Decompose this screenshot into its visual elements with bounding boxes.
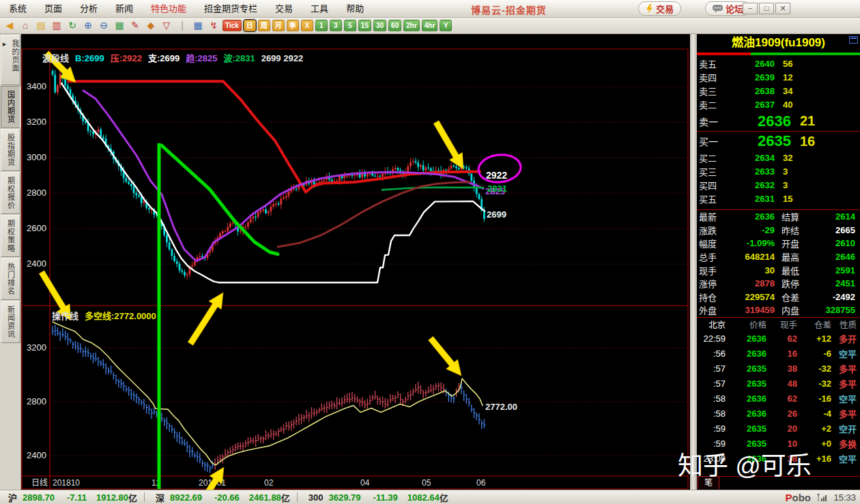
period-button-3[interactable]: 3 [330,20,342,31]
filter-icon[interactable]: ▽ [160,19,173,32]
close-button[interactable]: ✕ [775,3,790,14]
menu-交易[interactable]: 交易 [266,0,302,17]
menu-工具[interactable]: 工具 [302,0,337,17]
candlestick-chart[interactable]: 340032003000280026002400320028002400日线20… [21,34,690,490]
sidebar-item-国内期货[interactable]: 国内期货 [1,86,20,128]
stat-value: 2636 [724,211,775,222]
sidebar-item-热门排名[interactable]: 热门排名 [1,258,20,300]
ask-row-5[interactable]: 卖五264056 [697,57,860,70]
period-button-4hr[interactable]: 4hr [422,20,438,31]
menu-系统[interactable]: 系统 [0,0,35,17]
minimize-button[interactable]: − [743,3,758,14]
period-button-2hr[interactable]: 2hr [403,20,420,31]
period-button-季[interactable]: 季 [287,20,299,31]
clock: 15:33 [833,492,856,503]
index-value: 8922.69 [170,492,202,503]
period-button-30[interactable]: 30 [373,20,386,31]
sidebar-item-新闻资讯[interactable]: 新闻资讯 [1,301,20,343]
period-button-15[interactable]: 15 [358,20,371,31]
zoom-in-icon[interactable]: ⊕ [81,19,95,32]
market-sidebar: 我的页面▸国内期货股指期货期权报价期权策略热门排名新闻资讯 [0,34,21,490]
period-button-周[interactable]: 周 [258,20,270,31]
menu-新闻[interactable]: 新闻 [106,0,142,17]
stat-value: 2591 [806,265,855,276]
panel-splitter[interactable] [690,34,697,490]
period-button-月[interactable]: 月 [272,20,285,31]
period-button-日[interactable]: 日 [244,20,256,31]
ask-row-4[interactable]: 卖四263912 [697,70,860,84]
zoom-out-icon[interactable]: ⊖ [97,19,111,32]
lower-indicator-legend: 操作线多空线:2772.0000 [52,309,162,322]
bid-row-2[interactable]: 买二263432 [697,151,860,164]
index-quotes: 沪2898.70-7.111912.80亿深8922.69-20.662461.… [0,491,453,504]
svg-text:05: 05 [422,478,431,488]
menu-页面[interactable]: 页面 [35,0,71,17]
stat-label: 开盘 [775,237,806,250]
period-button-Y[interactable]: Y [440,20,452,31]
brush-icon[interactable]: ◆ [144,19,158,32]
stat-label: 昨结 [775,224,806,237]
index-change: -20.66 [214,492,240,503]
trend-icon[interactable]: ↯ [207,19,220,32]
menu-帮助[interactable]: 帮助 [337,0,373,17]
bid-row-5[interactable]: 买五263115 [697,192,860,205]
index-amount-unit: 亿 [128,491,137,504]
menu-特色功能[interactable]: 特色功能 [142,0,195,17]
period-button-1[interactable]: 1 [315,20,328,31]
trade-button[interactable]: 交易 [638,1,681,16]
index-amount: 2461.88 [249,492,281,503]
svg-text:2800: 2800 [27,188,46,198]
back-icon[interactable]: ◀ [3,19,16,32]
sidebar-item-我的页面[interactable]: 我的页面▸ [1,35,20,85]
book-label: 买五 [697,192,728,205]
chart-region[interactable]: 燃油1909 (010209)〈日线〉 商品叠加 周期 ← → ▥ 340032… [21,34,690,490]
bid-row-1[interactable]: 买一263516 [697,131,860,151]
period-button-Tick[interactable]: Tick [223,20,242,31]
bid-row-3[interactable]: 买三26333 [697,164,860,178]
index-amount: 1082.64 [407,492,440,503]
trade-type: 空平 [831,347,859,360]
ask-row-3[interactable]: 卖三263834 [697,84,860,98]
divider [144,492,145,502]
tick-trade-list[interactable]: 北京价格现手仓差性质22:59263662+12多开:56263616-6空平:… [697,317,860,466]
trade-price: 2636 [726,409,766,419]
home-icon[interactable]: ⌂ [18,19,32,32]
period-button-5[interactable]: 5 [344,20,356,31]
book-volume: 56 [775,59,824,69]
sidebar-item-期权报价[interactable]: 期权报价 [1,172,20,214]
ask-row-1[interactable]: 卖一263621 [697,111,860,131]
bid-row-4[interactable]: 买四26323 [697,178,860,192]
divider [297,492,298,502]
title-bar: 系统页面分析新闻特色功能招金期货专栏交易工具帮助 博易云-招金期货 交易 论坛 … [0,0,860,18]
overlay-icon[interactable]: ▦ [113,19,126,32]
menu-招金期货专栏[interactable]: 招金期货专栏 [195,0,266,17]
maximize-button[interactable]: □ [759,3,774,14]
news-icon[interactable]: ▥ [50,19,63,32]
trade-type: 空平 [831,392,859,405]
stat-label: 跌停 [775,277,806,290]
trade-type: 多开 [831,332,859,345]
quote-board-icon[interactable]: ▦ [191,19,205,32]
refresh-icon[interactable]: ↻ [66,19,79,32]
panel-restore-icon[interactable] [849,36,858,44]
trade-oi-diff: -32 [797,364,831,374]
svg-text:201810: 201810 [53,478,80,488]
book-label: 卖四 [697,71,728,84]
stat-value: 229574 [724,292,775,302]
stat-label: 总手 [697,250,724,263]
pobo-logo: Pobo [785,492,811,503]
period-button-60[interactable]: 60 [388,20,401,31]
book-price: 2640 [728,59,775,69]
sidebar-item-股指期货[interactable]: 股指期货 [1,129,20,171]
menu-分析[interactable]: 分析 [71,0,106,17]
trade-col-header: 仓差 [797,318,831,331]
period-button-X[interactable]: X [301,20,313,31]
stat-value: 30 [724,265,775,276]
ask-row-2[interactable]: 卖二263740 [697,98,860,111]
draw-icon[interactable]: ✎ [128,19,142,32]
notes-icon[interactable]: ▤ [34,19,48,32]
stat-label: 仓差 [775,291,806,303]
trade-time: :59 [697,424,726,434]
trade-price: 2635 [726,424,766,434]
sidebar-item-期权策略[interactable]: 期权策略 [1,215,20,257]
